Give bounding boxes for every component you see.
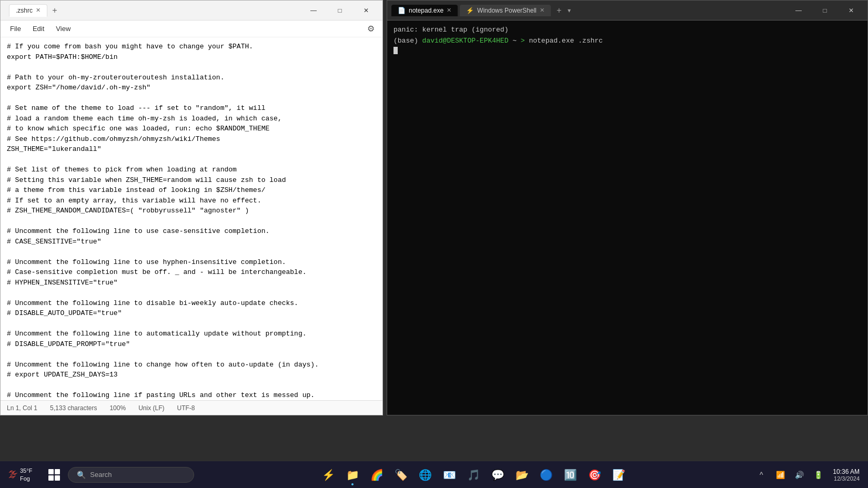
notepad-tab-zshrc[interactable]: .zshrc ✕ <box>9 4 47 17</box>
tray-volume-icon[interactable]: 🔊 <box>791 466 808 483</box>
spotify-icon: 🎵 <box>467 469 480 481</box>
search-label: Search <box>90 471 112 479</box>
tray-chevron[interactable]: ^ <box>753 466 770 483</box>
start-icon-sq4 <box>55 475 60 481</box>
ps-panic-text: panic: kernel trap (ignored) <box>393 25 508 36</box>
notepad-titlebar: .zshrc ✕ + — □ ✕ <box>1 1 382 21</box>
ps-tab-notepad-close[interactable]: ✕ <box>447 7 451 14</box>
jira-icon: 🔵 <box>540 469 553 481</box>
chrome-icon: 🌐 <box>419 469 432 481</box>
taskbar-weather[interactable]: 🌫 35°F Fog <box>4 465 36 484</box>
taskbar-app-slack[interactable]: 💬 <box>486 463 509 486</box>
ps-prompt-command: notepad.exe .zshrc <box>525 36 603 47</box>
taskbar-app-zeal[interactable]: ⚡ <box>317 463 340 486</box>
start-icon-sq1 <box>48 469 54 474</box>
taskbar-app-file-explorer[interactable]: 📁 <box>341 463 364 486</box>
weather-icon: 🌫 <box>8 469 18 480</box>
notepad-close-button[interactable]: ✕ <box>354 3 378 18</box>
notepad-minimize-button[interactable]: — <box>301 3 326 18</box>
taskbar-app-tag[interactable]: 🏷️ <box>389 463 412 486</box>
ps-prompt-user: david@DESKTOP-EPK4HED <box>422 36 509 47</box>
clock-time: 10:36 AM <box>833 468 860 475</box>
rainbow-icon: 🌈 <box>370 469 383 481</box>
file-explorer-icon: 📁 <box>346 469 359 481</box>
ps-tab-add[interactable]: + <box>553 4 566 17</box>
start-button[interactable] <box>43 463 66 486</box>
desktop: .zshrc ✕ + — □ ✕ File Edit View ⚙ # If y… <box>0 0 868 488</box>
ps-tabs: 📄 notepad.exe ✕ ⚡ Windows PowerShell ✕ +… <box>391 4 786 17</box>
taskbar-app-jira[interactable]: 🔵 <box>534 463 558 486</box>
notepad-status-encoding: UTF-8 <box>177 404 195 412</box>
ps-minimize-button[interactable]: — <box>786 3 811 18</box>
taskbar-app-target[interactable]: 🎯 <box>583 463 606 486</box>
notepad-menu-view[interactable]: View <box>51 23 76 35</box>
notepad-window: .zshrc ✕ + — □ ✕ File Edit View ⚙ # If y… <box>0 0 383 415</box>
notepad-maximize-button[interactable]: □ <box>328 3 352 18</box>
taskbar-apps: ⚡ 📁 🌈 🏷️ 🌐 📧 🎵 💬 <box>196 463 751 486</box>
notepad-menu-items: File Edit View <box>5 23 76 35</box>
notepad-status-position: Ln 1, Col 1 <box>7 404 37 412</box>
notepad-menu-file[interactable]: File <box>5 23 26 35</box>
start-icon-sq2 <box>55 469 60 474</box>
tray-battery-icon[interactable]: 🔋 <box>810 466 826 483</box>
ps-prompt-sep: ~ <box>508 36 520 47</box>
zeal-icon: ⚡ <box>322 469 335 481</box>
notepad-tab-add[interactable]: + <box>48 4 61 17</box>
notepad-statusbar: Ln 1, Col 1 5,133 characters 100% Unix (… <box>1 400 382 415</box>
ps-cursor <box>393 47 398 54</box>
ps-tab-dropdown[interactable]: ▾ <box>568 7 571 14</box>
notepad-settings-icon[interactable]: ⚙ <box>364 22 378 36</box>
notepad-status-line-ending: Unix (LF) <box>138 404 164 412</box>
notepad-window-controls: — □ ✕ <box>301 3 378 18</box>
taskbar-app-notepad[interactable]: 📝 <box>607 463 630 486</box>
ps-titlebar: 📄 notepad.exe ✕ ⚡ Windows PowerShell ✕ +… <box>387 1 867 21</box>
target-icon: 🎯 <box>588 469 601 481</box>
notepad-menu-edit[interactable]: Edit <box>27 23 49 35</box>
taskbar-right: ^ 📶 🔊 🔋 10:36 AM 12/3/2024 <box>753 466 864 483</box>
taskbar-app-rainbow[interactable]: 🌈 <box>365 463 388 486</box>
tag-icon: 🏷️ <box>395 469 408 481</box>
ps-maximize-button[interactable]: □ <box>813 3 837 18</box>
taskbar-app-files[interactable]: 📂 <box>510 463 533 486</box>
ps-tab-powershell-label: Windows PowerShell <box>477 7 537 14</box>
search-icon: 🔍 <box>77 471 86 479</box>
taskbar-app-spotify[interactable]: 🎵 <box>462 463 485 486</box>
notepad-status-zoom: 100% <box>109 404 126 412</box>
weather-condition: Fog <box>20 475 32 482</box>
notepad-tab-close[interactable]: ✕ <box>36 7 41 14</box>
taskbar-app-email[interactable]: 📧 <box>438 463 461 486</box>
notepad-content-area[interactable]: # If you come from bash you might have t… <box>1 37 382 400</box>
ps-close-button[interactable]: ✕ <box>839 3 863 18</box>
powershell-window: 📄 notepad.exe ✕ ⚡ Windows PowerShell ✕ +… <box>387 0 868 415</box>
number-icon: 🔟 <box>564 469 577 481</box>
ps-line-2: (base) david@DESKTOP-EPK4HED ~ > notepad… <box>393 36 861 47</box>
slack-icon: 💬 <box>491 469 504 481</box>
taskbar-clock[interactable]: 10:36 AM 12/3/2024 <box>829 468 864 482</box>
ps-content-area[interactable]: panic: kernel trap (ignored) (base) davi… <box>387 21 867 415</box>
tray-network-icon[interactable]: 📶 <box>772 466 789 483</box>
system-tray: ^ 📶 🔊 🔋 <box>753 466 826 483</box>
taskbar: 🌫 35°F Fog 🔍 Search ⚡ <box>0 461 868 488</box>
taskbar-app-number[interactable]: 🔟 <box>559 463 582 486</box>
ps-prompt-arrow: > <box>521 36 525 47</box>
notepad-tabs: .zshrc ✕ + <box>9 4 301 17</box>
ps-tab-notepad-label: notepad.exe <box>409 7 443 14</box>
taskbar-app-chrome[interactable]: 🌐 <box>413 463 437 486</box>
ps-line-3 <box>393 47 861 54</box>
ps-tab-powershell[interactable]: ⚡ Windows PowerShell ✕ <box>460 5 551 16</box>
ps-window-controls: — □ ✕ <box>786 3 863 18</box>
clock-date: 12/3/2024 <box>834 475 860 482</box>
ps-tab-notepad[interactable]: 📄 notepad.exe ✕ <box>391 5 458 16</box>
start-icon-sq3 <box>48 475 54 481</box>
email-icon: 📧 <box>443 469 456 481</box>
taskbar-search-bar[interactable]: 🔍 Search <box>68 467 194 483</box>
notepad-icon: 📝 <box>612 469 625 481</box>
notepad-tab-label: .zshrc <box>16 7 33 14</box>
ps-tab-powershell-icon: ⚡ <box>466 7 474 14</box>
weather-temp: 35°F <box>20 467 32 474</box>
ps-tab-powershell-close[interactable]: ✕ <box>540 7 544 14</box>
weather-text: 35°F Fog <box>20 467 32 482</box>
notepad-menubar: File Edit View ⚙ <box>1 21 382 37</box>
files-icon: 📂 <box>516 469 529 481</box>
start-icon <box>48 469 60 481</box>
